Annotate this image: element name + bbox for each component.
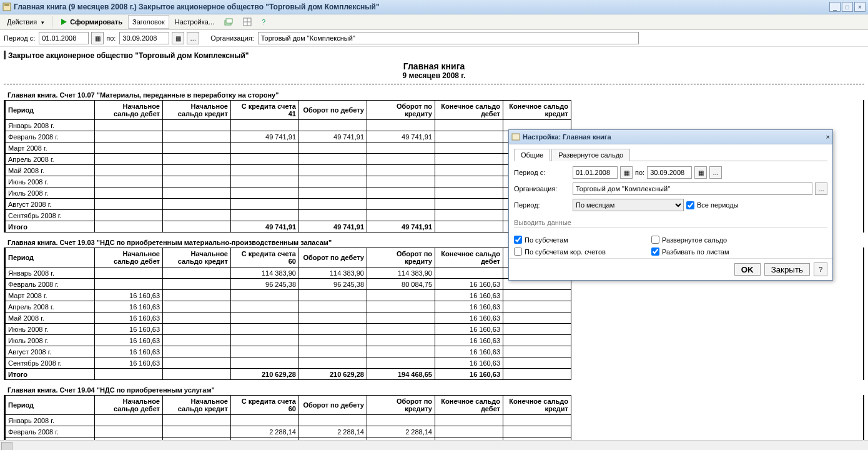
maximize-button[interactable]: □ xyxy=(842,2,853,12)
cell-period: Сентябрь 2008 г. xyxy=(6,210,95,221)
tab-general[interactable]: Общие xyxy=(514,149,550,161)
cell-value xyxy=(95,268,163,279)
section-caption: Главная книга. Счет 19.04 "НДС по приобр… xyxy=(4,385,864,395)
cell-value xyxy=(163,154,231,165)
org-field[interactable]: Торговый дом "Комплексный" xyxy=(258,32,639,44)
col-header: Начальное сальдо кредит xyxy=(163,101,231,120)
minimize-button[interactable]: _ xyxy=(829,2,841,12)
dlg-all-periods-chk[interactable] xyxy=(686,201,694,209)
cell-value xyxy=(231,120,299,131)
table-row: Сентябрь 2008 г. xyxy=(6,210,571,221)
cell-value: 16 160,63 xyxy=(95,290,163,301)
dlg-ok-button[interactable]: OK xyxy=(734,263,761,276)
tab-expanded-saldo[interactable]: Развернутое сальдо xyxy=(551,149,630,161)
cell-value xyxy=(163,210,231,221)
table-row: Май 2008 г.16 160,6316 160,63 xyxy=(6,312,571,324)
actions-menu-button[interactable]: Действия xyxy=(2,15,49,29)
header-button[interactable]: Заголовок xyxy=(128,15,169,29)
dialog-title: Настройка: Главная книга xyxy=(523,133,826,141)
table-row: Июль 2008 г.16 160,6316 160,63 xyxy=(6,335,571,346)
report-subtitle: 9 месяцев 2008 г. xyxy=(4,71,864,80)
col-header: Конечное сальдо дебет xyxy=(435,248,503,268)
cell-value xyxy=(367,210,435,221)
dlg-date-to[interactable]: 30.09.2008 xyxy=(647,166,692,179)
cell-value xyxy=(299,312,367,324)
cell-value xyxy=(163,279,231,290)
date-to-field[interactable]: 30.09.2008 xyxy=(119,32,169,44)
total-row: Итого49 741,9149 741,9149 741,91 xyxy=(6,221,571,232)
date-from-picker[interactable]: ▦ xyxy=(91,32,104,44)
generate-button[interactable]: Сформировать xyxy=(56,15,127,29)
cell-value: 96 245,38 xyxy=(231,279,299,290)
cell-value: 16 160,63 xyxy=(95,346,163,358)
chk-by-sheets[interactable]: Разбивать по листам xyxy=(651,248,729,256)
dialog-titlebar: Настройка: Главная книга × xyxy=(509,130,832,144)
dlg-date-to-picker[interactable]: ▦ xyxy=(694,166,707,179)
svg-marker-2 xyxy=(61,19,67,25)
cell-value xyxy=(163,358,231,369)
table-row: Февраль 2008 г.49 741,9149 741,9149 741,… xyxy=(6,131,571,142)
dlg-help-button[interactable]: ? xyxy=(814,262,827,276)
cell-value xyxy=(231,165,299,176)
chk-by-sub-kor[interactable]: По субсчетам кор. счетов xyxy=(514,248,651,256)
cell-value xyxy=(503,358,571,369)
cell-value xyxy=(299,199,367,210)
cell-value xyxy=(231,176,299,188)
close-window-button[interactable]: × xyxy=(854,2,866,12)
dlg-period-select[interactable]: … xyxy=(709,166,722,179)
dlg-date-from[interactable]: 01.01.2008 xyxy=(573,166,618,179)
toolbar-icon-1[interactable] xyxy=(220,15,237,29)
cell-value xyxy=(231,210,299,221)
toolbar-icon-2[interactable] xyxy=(239,15,256,29)
cell-value: 2 288,14 xyxy=(231,426,299,438)
period-select-button[interactable]: … xyxy=(187,32,199,44)
chk-by-sub[interactable]: По субсчетам xyxy=(514,236,651,244)
cell-value xyxy=(163,142,231,154)
cell-period: Июнь 2008 г. xyxy=(6,176,95,188)
chk-expanded-saldo[interactable]: Развернутое сальдо xyxy=(651,236,729,244)
horizontal-scrollbar[interactable] xyxy=(0,440,868,450)
cell-value xyxy=(435,188,503,199)
col-header: С кредита счета 60 xyxy=(231,396,299,415)
cell-period: Февраль 2008 г. xyxy=(6,426,95,438)
cell-value xyxy=(435,210,503,221)
table-row: Июль 2008 г. xyxy=(6,188,571,199)
cell-value xyxy=(299,335,367,346)
dlg-period-select-dd[interactable]: По месяцам xyxy=(573,199,684,211)
svg-rect-1 xyxy=(4,4,9,6)
cell-period: Сентябрь 2008 г. xyxy=(6,358,95,369)
cell-value: 16 160,63 xyxy=(435,358,503,369)
report-area: Закрытое акционерное общество "Торговый … xyxy=(0,47,868,450)
app-icon xyxy=(2,2,11,11)
cell-period: Февраль 2008 г. xyxy=(6,131,95,142)
help-icon: ? xyxy=(262,18,265,26)
date-from-field[interactable]: 01.01.2008 xyxy=(39,32,89,44)
toolbar-help-button[interactable]: ? xyxy=(257,15,270,29)
table-row: Август 2008 г.16 160,6316 160,63 xyxy=(6,346,571,358)
cell-period: Январь 2008 г. xyxy=(6,415,95,426)
dlg-close-button[interactable]: Закрыть xyxy=(764,263,810,276)
date-to-picker[interactable]: ▦ xyxy=(172,32,184,44)
col-header: Оборот по кредиту xyxy=(367,396,435,415)
help-icon: ? xyxy=(819,266,822,273)
dlg-org-select[interactable]: … xyxy=(815,182,827,195)
settings-button[interactable]: Настройка... xyxy=(170,15,219,29)
po-label: по: xyxy=(106,34,116,42)
grid-icon xyxy=(243,18,252,26)
dlg-date-from-picker[interactable]: ▦ xyxy=(620,166,633,179)
cell-value xyxy=(367,154,435,165)
cell-period: Июнь 2008 г. xyxy=(6,324,95,335)
table-row: Май 2008 г. xyxy=(6,165,571,176)
dlg-all-periods[interactable]: Все периоды xyxy=(686,201,739,209)
dlg-org-field[interactable]: Торговый дом "Комплексный" xyxy=(573,182,812,195)
col-header: Начальное сальдо кредит xyxy=(163,248,231,268)
dialog-close-x[interactable]: × xyxy=(826,133,830,141)
cell-value: 16 160,63 xyxy=(95,312,163,324)
cell-value xyxy=(95,165,163,176)
cell-value xyxy=(503,324,571,335)
col-header: Начальное сальдо дебет xyxy=(95,101,163,120)
cell-value: 16 160,63 xyxy=(95,301,163,312)
cell-value xyxy=(503,301,571,312)
cell-value: 16 160,63 xyxy=(435,346,503,358)
table-row: Январь 2008 г. xyxy=(6,415,571,426)
